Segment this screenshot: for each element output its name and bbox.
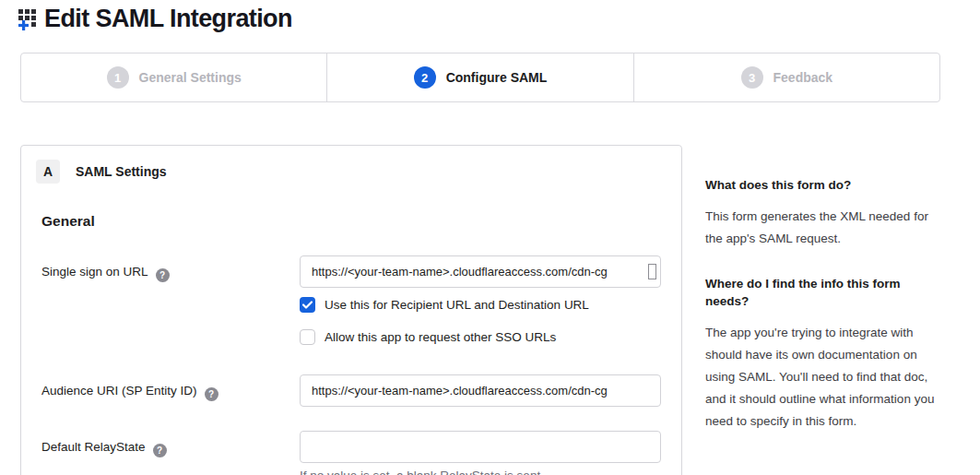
- step-general-settings[interactable]: 1 General Settings: [21, 53, 327, 101]
- help-text: This form generates the XML needed for t…: [705, 206, 936, 250]
- page-header: Edit SAML Integration: [16, 5, 292, 33]
- audience-uri-input[interactable]: [300, 374, 661, 407]
- checkbox-label[interactable]: Allow this app to request other SSO URLs: [325, 330, 556, 344]
- step-number-badge: 1: [107, 66, 129, 89]
- text-cursor: [648, 264, 656, 279]
- help-icon[interactable]: ?: [153, 444, 167, 457]
- audience-uri-row: Audience URI (SP Entity ID)?: [41, 374, 667, 407]
- step-label: General Settings: [139, 70, 242, 85]
- check-icon: [302, 301, 313, 309]
- step-wizard: 1 General Settings 2 Configure SAML 3 Fe…: [20, 53, 940, 102]
- help-panel: What does this form do? This form genera…: [705, 176, 936, 433]
- other-sso-checkbox-row: Allow this app to request other SSO URLs: [300, 327, 661, 347]
- step-feedback[interactable]: 3 Feedback: [634, 53, 939, 101]
- help-title: What does this form do?: [705, 176, 936, 194]
- sso-url-input[interactable]: [300, 255, 661, 288]
- relay-state-input[interactable]: [300, 431, 661, 463]
- help-icon[interactable]: ?: [205, 387, 218, 401]
- step-label: Configure SAML: [446, 70, 548, 85]
- field-label-relay-state: Default RelayState?: [41, 431, 300, 475]
- relay-state-helper-text: If no value is set, a blank RelayState i…: [300, 469, 661, 475]
- field-label-audience-uri: Audience URI (SP Entity ID)?: [41, 374, 300, 407]
- step-number-badge: 2: [414, 66, 436, 89]
- section-badge-a: A: [36, 160, 60, 184]
- recipient-url-checkbox[interactable]: [300, 297, 315, 313]
- help-icon[interactable]: ?: [156, 268, 170, 282]
- other-sso-checkbox[interactable]: [300, 329, 315, 345]
- section-title: SAML Settings: [76, 164, 167, 179]
- step-configure-saml[interactable]: 2 Configure SAML: [327, 53, 633, 101]
- help-block-what: What does this form do? This form genera…: [705, 176, 936, 250]
- page-title: Edit SAML Integration: [44, 5, 292, 33]
- step-number-badge: 3: [741, 66, 763, 89]
- group-heading-general: General: [41, 213, 667, 230]
- field-label-sso-url: Single sign on URL?: [41, 255, 300, 347]
- help-title: Where do I find the info this form needs…: [705, 275, 936, 310]
- help-text: The app you're trying to integrate with …: [705, 322, 936, 433]
- step-label: Feedback: [773, 70, 833, 85]
- relay-state-row: Default RelayState? If no value is set, …: [41, 431, 667, 475]
- section-header: A SAML Settings: [36, 160, 667, 184]
- sso-url-row: Single sign on URL? Use this for Recipie…: [41, 255, 667, 347]
- recipient-url-checkbox-row: Use this for Recipient URL and Destinati…: [300, 295, 661, 315]
- checkbox-label[interactable]: Use this for Recipient URL and Destinati…: [325, 298, 589, 312]
- help-block-where: Where do I find the info this form needs…: [705, 275, 936, 433]
- saml-settings-panel: A SAML Settings General Single sign on U…: [20, 145, 682, 475]
- app-grid-add-icon: [16, 6, 41, 31]
